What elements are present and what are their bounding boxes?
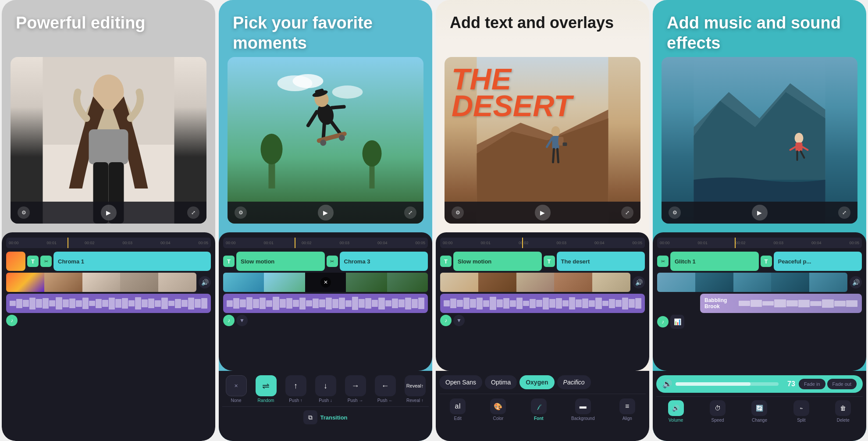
text-icon-3b[interactable]: T: [544, 256, 555, 267]
panel-4-clip-row: ✂ Glitch 1 T Peaceful p...: [657, 252, 862, 271]
panel-2-scrubber[interactable]: 00:00 00:01 00:02 00:03 00:04 00:05: [223, 238, 428, 248]
vol-tool-delete: 🗑 Delete: [835, 400, 851, 423]
panel-3-timeline: 00:00 00:01 00:02 00:03 00:04 00:05 T Sl…: [436, 232, 649, 371]
volume-track[interactable]: [676, 382, 779, 386]
fullscreen-icon-2[interactable]: ⤢: [404, 206, 416, 219]
text-icon-2[interactable]: T: [223, 256, 235, 267]
play-button-4[interactable]: ▶: [752, 205, 768, 220]
settings-icon-3[interactable]: ⚙: [452, 206, 464, 219]
text-icon-3a[interactable]: T: [440, 256, 452, 267]
none-label: None: [231, 398, 242, 403]
settings-icon-4[interactable]: ⚙: [669, 206, 681, 219]
font-tool-edit: aI Edit: [450, 398, 466, 421]
transition-random: ⇌ Random: [256, 375, 277, 403]
transition-tab-label: Transition: [320, 414, 347, 421]
panel-3-video-bg: THEDESERT: [445, 57, 640, 224]
text-icon-1[interactable]: T: [27, 256, 39, 267]
svg-point-29: [551, 126, 560, 137]
panel-2-audio[interactable]: [223, 294, 428, 313]
fade-in-button[interactable]: Fade in: [799, 379, 825, 389]
fullscreen-icon-3[interactable]: ⤢: [621, 206, 633, 219]
note-icon-4[interactable]: ♪: [657, 316, 669, 327]
text-icon-4[interactable]: T: [761, 256, 772, 267]
panel-3-clip-row: T Slow motion T The desert: [440, 252, 645, 271]
transition-push-up: ↑ Push ↑: [285, 375, 306, 403]
background-label: Background: [571, 416, 594, 421]
panel-powerful-editing: Powerful editing: [2, 0, 215, 441]
fade-out-button[interactable]: Fade out: [827, 379, 857, 389]
panel-4-video-controls: ⚙ ▶ ⤢: [662, 202, 857, 224]
speaker-icon-4: 🔊: [850, 276, 862, 288]
play-button[interactable]: ▶: [101, 205, 117, 220]
transition-options: ✕ None ⇌ Random ↑ Push ↑ ↓ Push ↓ → Push…: [222, 375, 429, 403]
settings-icon[interactable]: ⚙: [18, 206, 30, 219]
slow-motion-1-label: Slow motion: [241, 258, 274, 265]
panel-4-timeline: 00:00 00:01 00:02 00:03 00:04 00:05 ✂ Gl…: [653, 232, 866, 371]
transition-panel: ✕ None ⇌ Random ↑ Push ↑ ↓ Push ↓ → Push…: [219, 371, 432, 441]
note-icon-3[interactable]: ♪: [440, 315, 452, 326]
scissors-icon-2[interactable]: ✂: [327, 256, 338, 267]
thumb-strip-2: ✕: [223, 273, 428, 292]
clip-icons-row: T ✂ Chroma 1: [6, 252, 211, 271]
waveform-2: [227, 297, 424, 310]
skater-svg: [228, 57, 423, 224]
panel-4-video: ⚙ ▶ ⤢: [662, 57, 857, 224]
push-left-label: Push ←: [377, 398, 393, 403]
panel-1-thumb-row: 🔊: [6, 273, 211, 292]
font-pacifico[interactable]: Pacifico: [557, 375, 591, 389]
volume-fill: [676, 382, 751, 386]
panel-2-clip-row: T Slow motion ✂ Chroma 3: [223, 252, 428, 271]
note-icon-2[interactable]: ♪: [223, 315, 235, 326]
scissors-icon-4[interactable]: ✂: [657, 256, 669, 267]
clip-thumb: [6, 252, 25, 271]
font-optima[interactable]: Optima: [485, 375, 517, 389]
svg-point-9: [293, 74, 324, 88]
svg-point-14: [363, 140, 382, 167]
chroma1-clip[interactable]: Chroma 1: [53, 252, 211, 271]
panel-2-title: Pick your favorite moments: [233, 13, 418, 53]
panel-2-timeline: 00:00 00:01 00:02 00:03 00:04 00:05 T Sl…: [219, 232, 432, 371]
speaker-icon: 🔊: [199, 276, 211, 288]
volume-tools: 🔊 Volume ⏱ Speed 🔄 Change ⧜ Split 🗑 Dele…: [656, 396, 863, 423]
font-options: Open Sans Optima Oxygen Pacifico: [439, 375, 646, 389]
panel-4-video-bg: [662, 57, 857, 224]
note-icon-1[interactable]: ♪: [6, 315, 18, 326]
change-label: Change: [752, 418, 767, 423]
panel-1-scrubber[interactable]: 00:00 00:01 00:02 00:03 00:04 00:05: [6, 238, 211, 248]
down-arrow-3[interactable]: ▼: [453, 315, 465, 326]
panel-1-audio[interactable]: [6, 294, 211, 313]
equalizer-icon[interactable]: 📊: [670, 315, 684, 329]
babbling-brook-clip[interactable]: Babbling Brook: [700, 294, 862, 313]
panel-3-scrubber[interactable]: 00:00 00:01 00:02 00:03 00:04 00:05: [440, 238, 645, 248]
volume-display-row: 🔊 73 Fade in Fade out: [656, 375, 863, 393]
settings-icon-2[interactable]: ⚙: [235, 206, 247, 219]
thumb-strip-3: [440, 273, 630, 292]
chroma3-label: Chroma 3: [344, 258, 370, 265]
panel-4-scrubber[interactable]: 00:00 00:01 00:02 00:03 00:04 00:05: [657, 238, 862, 248]
transition-push-down: ↓ Push ↓: [315, 375, 336, 403]
vol-tool-speed: ⏱ Speed: [710, 400, 726, 423]
vol-tool-split: ⧜ Split: [793, 400, 809, 423]
scissors-icon-1[interactable]: ✂: [40, 256, 52, 267]
slow-motion-2-label: Slow motion: [458, 258, 491, 265]
panel-3-title: Add text and overlays: [450, 13, 635, 32]
transition-icon[interactable]: ⧉: [303, 410, 317, 424]
panel-2-video: ⚙ ▶ ⤢: [228, 57, 423, 224]
panel-3-audio[interactable]: [440, 294, 645, 313]
reveal-label: Reveal ↑: [406, 398, 423, 403]
play-button-3[interactable]: ▶: [535, 205, 551, 220]
panel-3-note-row: ♪ ▼: [440, 315, 645, 326]
font-panel: Open Sans Optima Oxygen Pacifico aI Edit…: [436, 371, 649, 441]
remove-clip-icon[interactable]: ✕: [320, 277, 331, 288]
fade-buttons: Fade in Fade out: [799, 379, 857, 389]
play-button-2[interactable]: ▶: [318, 205, 334, 220]
font-oxygen[interactable]: Oxygen: [519, 375, 554, 389]
down-arrow-icon[interactable]: ▼: [236, 315, 248, 326]
scrubber-marks: 00:00 00:01 00:02 00:03 00:04 00:05: [9, 241, 208, 245]
volume-panel: 🔊 73 Fade in Fade out 🔊 Volume ⏱ Speed 🔄: [653, 371, 866, 441]
fullscreen-icon-4[interactable]: ⤢: [838, 206, 850, 219]
vol-tool-volume: 🔊 Volume: [668, 400, 684, 423]
font-tool-align: ≡ Align: [619, 398, 635, 421]
fullscreen-icon[interactable]: ⤢: [187, 206, 199, 219]
font-open-sans[interactable]: Open Sans: [439, 375, 482, 389]
